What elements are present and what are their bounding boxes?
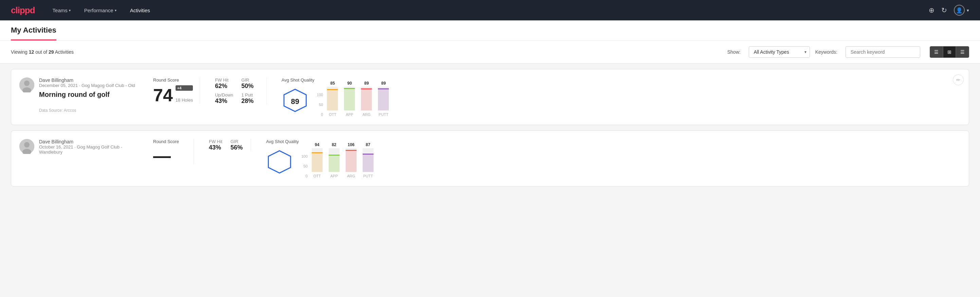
logo: clippd [11,5,35,16]
bar-group: 89PUTT [378,81,389,117]
quality-wrapper-1: 89 100 50 0 [282,87,954,117]
nav-icons: ⊕ ↻ 👤 ▾ [929,5,969,16]
view-mode-buttons: ☰ ⊞ ☰ [930,46,969,58]
bar-fill [361,89,372,110]
card-left-1: Dave Billingham December 05, 2021 · Gog … [19,77,138,113]
nav-label-activities: Activities [130,8,150,13]
bar-fill [344,89,355,110]
updown-stat: Up/Down 43% [215,93,233,105]
bar-fill [378,89,389,110]
card-user-date-1: December 05, 2021 · Gog Magog Golf Club … [39,83,135,88]
bar-label: PUTT [379,112,388,117]
refresh-button[interactable]: ↻ [941,6,947,14]
bar-line [327,89,338,90]
score-badge-1: +4 [175,85,193,91]
gir-stat: GIR 50% [242,77,259,90]
view-grid-button[interactable]: ⊞ [943,46,956,58]
bar-fill [329,156,340,172]
round-score-section-1: Round Score 74 +4 18 Holes [146,77,200,104]
avatar-chevron: ▾ [967,8,969,13]
nav-label-teams: Teams [52,8,68,13]
quality-section-2: Avg Shot Quality 100 [259,139,961,178]
bar-track [344,87,355,110]
bar-group: 90APP [344,81,355,117]
activity-card-wrapper-1: Dave Billingham December 05, 2021 · Gog … [11,69,969,125]
bar-value: 94 [315,142,319,147]
user-avatar-2 [19,139,34,154]
quality-hex-1: 89 [282,88,309,115]
view-compact-button[interactable]: ☰ [930,46,943,58]
user-avatar-button[interactable]: 👤 ▾ [954,5,969,16]
quality-section-1: Avg Shot Quality 89 [275,77,961,117]
chart-y-100: 100 [317,93,323,97]
viewing-total: 29 [49,49,54,55]
add-button[interactable]: ⊕ [929,6,934,14]
search-input[interactable] [846,46,920,58]
bar-group: 87PUTT [363,142,374,178]
activity-card-2: Dave Billingham October 16, 2021 · Gog M… [11,131,969,187]
view-list-button[interactable]: ☰ [956,46,969,58]
nav-item-performance[interactable]: Performance ▾ [83,8,118,13]
stats-grid-1: FW Hit 62% GIR 50% Up/Down 43% 1 Putt 28… [215,77,259,105]
navbar: clippd Teams ▾ Performance ▾ Activities … [0,0,980,21]
bar-group: 106ARG [346,142,356,178]
bar-label: APP [330,174,338,178]
page-title: My Activities [11,26,56,40]
bar-value: 87 [366,142,370,147]
bar-line [329,155,340,156]
stats-grid-2: FW Hit 43% GIR 56% [209,139,244,151]
avatar: 👤 [954,5,965,16]
bar-line [361,88,372,89]
round-score-label-2: Round Score [153,139,187,144]
gir-label: GIR [242,77,259,83]
svg-point-5 [24,142,30,147]
bar-label: ARG [363,112,371,117]
activity-type-select[interactable]: All Activity Types [749,46,810,58]
one-putt-label: 1 Putt [242,93,259,97]
fw-hit-value-2: 43% [209,144,223,151]
bar-label: ARG [347,174,355,178]
card-user-name-2: Dave Billingham [39,139,138,144]
list-icon: ☰ [960,49,965,55]
nav-item-activities[interactable]: Activities [129,8,151,13]
bar-value: 89 [364,81,369,86]
bar-label: OTT [313,174,321,178]
gir-value: 50% [242,83,259,90]
card-left-2: Dave Billingham October 16, 2021 · Gog M… [19,139,138,156]
edit-button-1[interactable]: ✏ [953,74,964,85]
quality-hex-2 [266,150,293,177]
bar-line [363,153,374,155]
fw-hit-label-2: FW Hit [209,139,223,144]
one-putt-value: 28% [242,97,259,105]
show-label: Show: [727,49,741,55]
round-score-label-1: Round Score [153,77,193,83]
bar-fill [363,155,374,172]
bar-value: 82 [332,142,336,147]
bar-value: 85 [330,81,335,86]
bar-fill [327,90,338,110]
activity-type-select-wrapper: All Activity Types ▾ [749,46,810,58]
activity-card-1: Dave Billingham December 05, 2021 · Gog … [11,69,969,125]
hex-quality-number-1: 89 [291,97,299,106]
bar-track [361,87,372,110]
score-holes-1: 18 Holes [175,97,193,103]
card-user-date-2: October 16, 2021 · Gog Magog Golf Club -… [39,144,138,155]
round-score-section-2: Round Score — [146,139,194,164]
updown-value: 43% [215,97,233,105]
card-source-1: Data Source: Arccos [39,108,135,113]
user-avatar-1 [19,77,34,93]
card-user-name-1: Dave Billingham [39,77,135,83]
bar-group: 94OTT [312,142,323,178]
bar-group: 82APP [329,142,340,178]
nav-item-teams[interactable]: Teams ▾ [51,8,72,13]
score-number-2: — [153,147,171,164]
quality-wrapper-2: 100 50 0 94OTT82APP106ARG87PUTT [266,148,954,178]
grid-icon: ⊞ [947,49,951,55]
chart-area-2: 100 50 0 94OTT82APP106ARG87PUTT [301,148,954,178]
stats-section-2: FW Hit 43% GIR 56% [202,139,251,151]
gir-label-2: GIR [231,139,244,144]
bar-line [378,88,389,89]
chart-y-50: 50 [317,103,323,107]
bar-track [329,148,340,172]
bar-value: 89 [381,81,386,86]
